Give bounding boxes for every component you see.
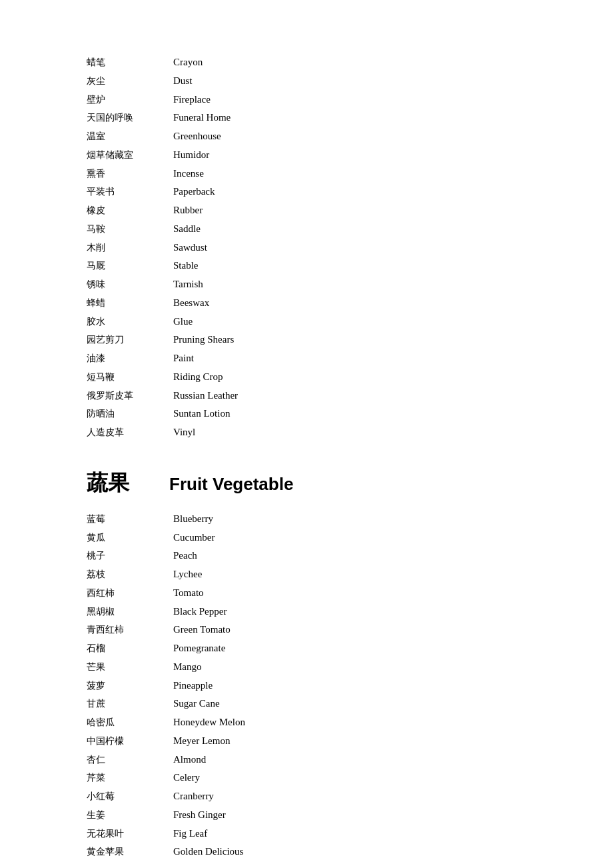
zh-label: 蜂蜡: [87, 295, 173, 312]
zh-label: 芹菜: [87, 769, 173, 787]
zh-label: 壁炉: [87, 91, 173, 109]
zh-label: 无花果叶: [87, 825, 173, 843]
zh-label: 黄瓜: [87, 529, 173, 547]
list-item: 黄金苹果Golden Delicious: [87, 843, 526, 861]
list-item: 马鞍Saddle: [87, 220, 526, 239]
zh-label: 哈密瓜: [87, 714, 173, 731]
list-item: 俄罗斯皮革Russian Leather: [87, 387, 526, 405]
list-item: 胶水Glue: [87, 313, 526, 331]
zh-label: 青西红柿: [87, 621, 173, 639]
list-item: 生姜Fresh Ginger: [87, 806, 526, 825]
list-item: 灰尘Dust: [87, 72, 526, 91]
zh-label: 马厩: [87, 257, 173, 275]
list-item: 油漆Paint: [87, 349, 526, 368]
list-item: 木削Sawdust: [87, 239, 526, 257]
zh-label: 木削: [87, 239, 173, 257]
list-item: 烟草储藏室Humidor: [87, 146, 526, 165]
en-label: Golden Delicious: [173, 843, 243, 861]
en-label: Beeswax: [173, 294, 209, 313]
en-label: Greenhouse: [173, 127, 221, 146]
zh-label: 油漆: [87, 350, 173, 367]
list-item: 青西红柿Green Tomato: [87, 621, 526, 639]
en-label: Paint: [173, 349, 194, 368]
list-item: 中国柠檬Meyer Lemon: [87, 732, 526, 751]
list-item: 橡皮Rubber: [87, 201, 526, 220]
en-label: Riding Crop: [173, 368, 223, 387]
list-item: 石榴Pomegranate: [87, 639, 526, 658]
zh-label: 生姜: [87, 807, 173, 824]
en-label: Honeydew Melon: [173, 713, 245, 732]
list-item: 平装书Paperback: [87, 183, 526, 201]
zh-label: 小红莓: [87, 788, 173, 805]
list-item: 温室Greenhouse: [87, 127, 526, 146]
section2-header: 蔬果 Fruit Vegetable: [87, 469, 526, 498]
list-item: 壁炉Fireplace: [87, 91, 526, 109]
en-label: Vinyl: [173, 423, 195, 442]
list-item: 甘蔗Sugar Cane: [87, 695, 526, 713]
zh-label: 芒果: [87, 659, 173, 676]
list-item: 哈密瓜Honeydew Melon: [87, 713, 526, 732]
zh-label: 蜡笔: [87, 54, 173, 71]
en-label: Pomegranate: [173, 639, 225, 658]
list-item: 园艺剪刀Pruning Shears: [87, 331, 526, 349]
en-label: Green Tomato: [173, 621, 231, 639]
list-item: 短马鞭Riding Crop: [87, 368, 526, 387]
en-label: Cucumber: [173, 529, 215, 547]
zh-label: 杏仁: [87, 751, 173, 769]
zh-label: 胶水: [87, 313, 173, 331]
list-item: 蜡笔Crayon: [87, 53, 526, 72]
en-label: Black Pepper: [173, 603, 227, 621]
list-item: 天国的呼唤Funeral Home: [87, 109, 526, 127]
list-item: 无花果叶Fig Leaf: [87, 825, 526, 843]
zh-label: 熏香: [87, 165, 173, 183]
en-label: Humidor: [173, 146, 209, 165]
section1-list: 蜡笔Crayon灰尘Dust壁炉Fireplace天国的呼唤Funeral Ho…: [87, 53, 526, 442]
en-label: Meyer Lemon: [173, 732, 230, 751]
list-item: 蜂蜡Beeswax: [87, 294, 526, 313]
en-label: Glue: [173, 313, 193, 331]
en-label: Pineapple: [173, 677, 213, 695]
zh-label: 菠萝: [87, 677, 173, 695]
en-label: Celery: [173, 769, 200, 787]
list-item: 黑胡椒Black Pepper: [87, 603, 526, 621]
zh-label: 烟草储藏室: [87, 147, 173, 164]
en-label: Tomato: [173, 584, 204, 603]
zh-label: 黑胡椒: [87, 603, 173, 621]
list-item: 西红柿Tomato: [87, 584, 526, 603]
list-item: 小红莓Cranberry: [87, 787, 526, 806]
en-label: Cranberry: [173, 787, 214, 806]
en-label: Dust: [173, 72, 192, 91]
zh-label: 甘蔗: [87, 695, 173, 713]
en-label: Mango: [173, 658, 202, 677]
zh-label: 俄罗斯皮革: [87, 387, 173, 405]
en-label: Saddle: [173, 220, 201, 239]
en-label: Sawdust: [173, 239, 207, 257]
en-label: Sugar Cane: [173, 695, 220, 713]
zh-label: 荔枝: [87, 566, 173, 583]
en-label: Peach: [173, 547, 197, 565]
en-label: Paperback: [173, 183, 215, 201]
en-label: Russian Leather: [173, 387, 238, 405]
zh-label: 防晒油: [87, 405, 173, 423]
list-item: 熏香Incense: [87, 165, 526, 183]
section2: 蔬果 Fruit Vegetable 蓝莓Blueberry黄瓜Cucumber…: [87, 469, 526, 861]
en-label: Lychee: [173, 565, 202, 584]
zh-label: 天国的呼唤: [87, 109, 173, 127]
section2-title-zh: 蔬果: [87, 469, 129, 498]
list-item: 马厩Stable: [87, 257, 526, 275]
list-item: 防晒油Suntan Lotion: [87, 405, 526, 423]
zh-label: 桃子: [87, 547, 173, 565]
zh-label: 人造皮革: [87, 424, 173, 441]
zh-label: 中国柠檬: [87, 733, 173, 750]
zh-label: 橡皮: [87, 202, 173, 219]
zh-label: 黄金苹果: [87, 843, 173, 861]
zh-label: 锈味: [87, 276, 173, 293]
section1: 蜡笔Crayon灰尘Dust壁炉Fireplace天国的呼唤Funeral Ho…: [87, 53, 526, 442]
list-item: 荔枝Lychee: [87, 565, 526, 584]
en-label: Pruning Shears: [173, 331, 234, 349]
en-label: Fireplace: [173, 91, 211, 109]
section2-list: 蓝莓Blueberry黄瓜Cucumber桃子Peach荔枝Lychee西红柿T…: [87, 510, 526, 861]
zh-label: 短马鞭: [87, 369, 173, 386]
en-label: Crayon: [173, 53, 203, 72]
list-item: 杏仁Almond: [87, 751, 526, 769]
